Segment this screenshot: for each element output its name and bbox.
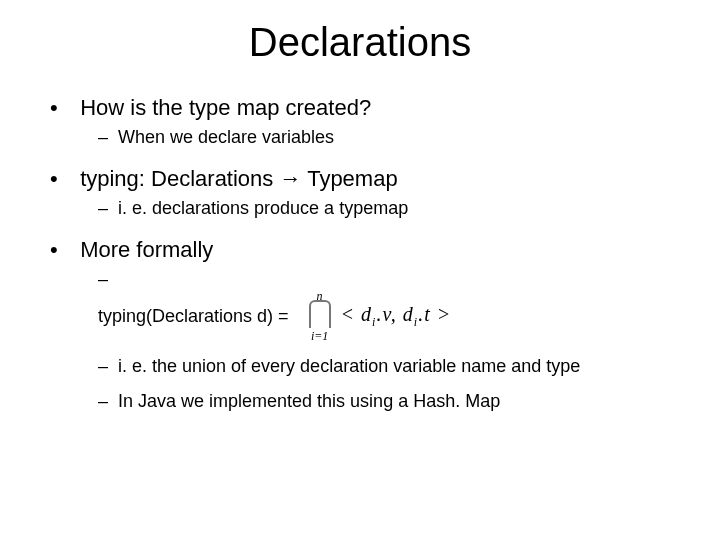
union-lower: i=1 <box>311 330 328 342</box>
dot-v: .v, <box>376 303 396 325</box>
dot-t: .t <box>418 303 431 325</box>
angle-close: > <box>437 303 452 325</box>
bullet-2-text: typing: Declarations → Typemap <box>80 166 398 191</box>
slide-title: Declarations <box>30 20 690 65</box>
bullet-3-sub-2: i. e. the union of every declaration var… <box>98 356 690 377</box>
bullet-1-sub-1: When we declare variables <box>98 127 690 148</box>
bullet-2-sub-1: i. e. declarations produce a typemap <box>98 198 690 219</box>
bullet-3-sub-3: In Java we implemented this using a Hash… <box>98 391 690 412</box>
formula: n i=1 < di.v, di.t > <box>303 290 452 342</box>
tuple-expr: < di.v, di.t > <box>341 303 452 330</box>
union-icon <box>309 300 331 328</box>
d2: d <box>403 303 414 325</box>
bullet-3: More formally typing(Declarations d) = n… <box>50 237 690 412</box>
d1: d <box>361 303 372 325</box>
bullet-1: How is the type map created? When we dec… <box>50 95 690 148</box>
angle-open: < <box>341 303 356 325</box>
bullet-1-text: How is the type map created? <box>80 95 371 120</box>
formula-prefix: typing(Declarations d) = <box>98 306 289 327</box>
bullet-3-sub-1: typing(Declarations d) = n i=1 < di.v, d… <box>98 269 690 342</box>
union-symbol: n i=1 <box>309 290 331 342</box>
bullet-3-text: More formally <box>80 237 213 262</box>
bullet-2: typing: Declarations → Typemap i. e. dec… <box>50 166 690 219</box>
bullet-list: How is the type map created? When we dec… <box>30 95 690 412</box>
